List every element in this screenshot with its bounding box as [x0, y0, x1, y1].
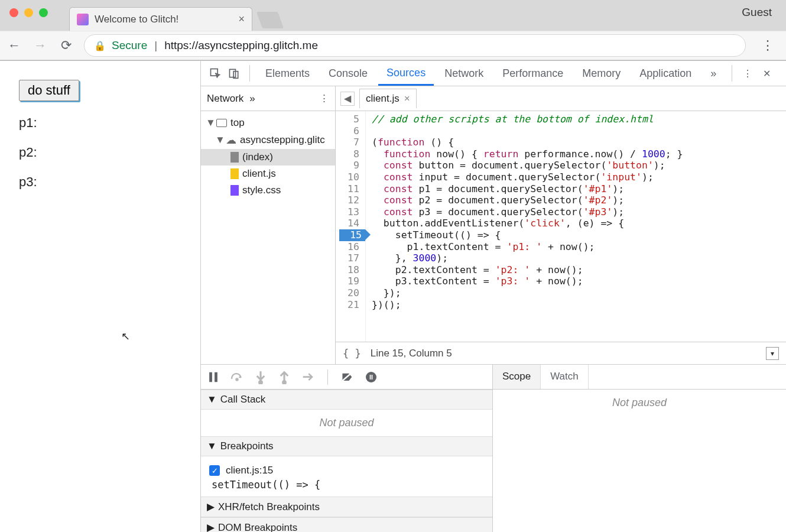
inspect-element-icon[interactable]: [207, 65, 223, 82]
chevron-down-icon: ▼: [207, 440, 217, 452]
code-body[interactable]: 5 6 7 8 9 10 11 12 13 14 15 16 17 18 19 …: [336, 111, 786, 342]
chevron-down-icon: ▼: [207, 394, 217, 406]
tree-file-index[interactable]: (index): [201, 149, 335, 166]
document-icon: [230, 152, 239, 163]
frame-icon: [216, 119, 227, 127]
debugger-right: Scope Watch Not paused: [493, 365, 786, 532]
tree-file-stylecss[interactable]: style.css: [201, 182, 335, 199]
tab-title: Welcome to Glitch!: [95, 14, 178, 25]
pause-icon[interactable]: [207, 371, 220, 384]
chevron-down-icon: ▼: [215, 134, 222, 146]
tab-performance[interactable]: Performance: [494, 61, 571, 86]
url-text: https://asyncstepping.glitch.me: [164, 39, 318, 52]
step-into-icon: [254, 371, 267, 384]
separator: [732, 65, 732, 82]
step-over-icon: [230, 371, 243, 384]
call-stack-state: Not paused: [201, 410, 492, 436]
tab-strip: Welcome to Glitch! × Guest: [0, 0, 786, 31]
tab-memory[interactable]: Memory: [574, 61, 629, 86]
close-tab-icon[interactable]: ×: [238, 13, 245, 25]
svg-point-7: [283, 381, 286, 384]
breakpoint-item[interactable]: ✓ client.js:15: [209, 462, 484, 479]
line-gutter[interactable]: 5 6 7 8 9 10 11 12 13 14 15 16 17 18 19 …: [336, 111, 366, 342]
section-title: XHR/fetch Breakpoints: [218, 501, 320, 513]
cursor-icon: ↖: [121, 330, 130, 343]
debugger-toolbar: II: [201, 365, 492, 390]
deactivate-breakpoints-icon[interactable]: [341, 371, 354, 384]
svg-rect-4: [215, 372, 217, 382]
file-tab-clientjs[interactable]: client.js ×: [359, 89, 417, 108]
profile-label[interactable]: Guest: [742, 6, 786, 25]
tab-network[interactable]: Network: [436, 61, 492, 86]
cloud-icon: [226, 134, 236, 147]
breakpoints-body: ✓ client.js:15 setTimeout(() => {: [201, 456, 492, 497]
watch-tab[interactable]: Watch: [541, 365, 589, 389]
address-bar[interactable]: 🔒 Secure | https://asyncstepping.glitch.…: [84, 34, 746, 57]
device-toolbar-icon[interactable]: [226, 65, 242, 82]
svg-point-6: [259, 381, 262, 384]
close-devtools-icon[interactable]: ✕: [758, 65, 775, 82]
p3-label: p3:: [19, 174, 181, 190]
file-tab-label: client.js: [366, 93, 400, 105]
tree-file-clientjs[interactable]: client.js: [201, 166, 335, 182]
navigator-pane: Network » ⋮ ▼ top ▼ asyncstep: [201, 86, 336, 364]
code-lines[interactable]: // add other scripts at the bottom of in…: [366, 111, 689, 342]
dom-breakpoints-header[interactable]: ▶ DOM Breakpoints: [201, 517, 492, 532]
close-window-icon[interactable]: [9, 8, 18, 17]
p1-label: p1:: [19, 115, 181, 131]
checkbox-checked-icon[interactable]: ✓: [209, 465, 220, 476]
pretty-print-icon[interactable]: { }: [343, 348, 361, 359]
forward-button: →: [32, 37, 48, 54]
navigate-back-icon[interactable]: ◀: [340, 92, 355, 106]
scope-tab[interactable]: Scope: [493, 365, 541, 389]
tree-domain[interactable]: ▼ asyncstepping.glitc: [201, 131, 335, 149]
tab-elements[interactable]: Elements: [257, 61, 318, 86]
p2-label: p2:: [19, 145, 181, 160]
tree-top[interactable]: ▼ top: [201, 115, 335, 131]
file-tree: ▼ top ▼ asyncstepping.glitc (index): [201, 111, 335, 202]
step-icon: [301, 371, 314, 384]
tab-console[interactable]: Console: [320, 61, 376, 86]
chevron-right-icon: ▶: [207, 521, 215, 532]
maximize-window-icon[interactable]: [39, 8, 48, 17]
pause-on-exceptions-icon[interactable]: II: [365, 371, 378, 384]
tree-label: top: [230, 117, 245, 129]
call-stack-header[interactable]: ▼ Call Stack: [201, 390, 492, 410]
svg-point-5: [236, 378, 238, 380]
reload-button[interactable]: ⟳: [58, 37, 74, 54]
new-tab-button[interactable]: [256, 12, 284, 28]
separator: [249, 65, 250, 82]
editor-statusbar: { } Line 15, Column 5 ▾: [336, 342, 786, 364]
breakpoints-header[interactable]: ▼ Breakpoints: [201, 436, 492, 456]
devtools-panel: Elements Console Sources Network Perform…: [201, 61, 786, 532]
close-file-icon[interactable]: ×: [404, 93, 410, 105]
navigator-tab-label[interactable]: Network: [207, 93, 243, 105]
browser-tab[interactable]: Welcome to Glitch! ×: [69, 7, 252, 31]
navigator-menu-icon[interactable]: ⋮: [319, 92, 329, 105]
url-separator: |: [153, 39, 158, 52]
devtools-tabbar: Elements Console Sources Network Perform…: [201, 61, 786, 86]
do-stuff-button[interactable]: do stuff: [19, 80, 79, 101]
section-title: Call Stack: [220, 394, 266, 406]
breakpoint-code: setTimeout(() => {: [209, 479, 484, 491]
lock-icon: 🔒: [94, 40, 106, 51]
browser-menu-icon[interactable]: ⋮: [755, 38, 780, 53]
xhr-breakpoints-header[interactable]: ▶ XHR/fetch Breakpoints: [201, 497, 492, 517]
tabs-overflow-icon[interactable]: »: [702, 61, 725, 86]
tree-label: asyncstepping.glitc: [240, 134, 325, 146]
secure-label: Secure: [112, 39, 147, 52]
coverage-dropdown-icon[interactable]: ▾: [766, 347, 779, 360]
devtools-menu-icon[interactable]: ⋮: [739, 65, 756, 82]
navigator-overflow-icon[interactable]: »: [249, 93, 255, 105]
chevron-down-icon: ▼: [206, 117, 213, 129]
css-file-icon: [230, 185, 239, 196]
tree-label: (index): [242, 151, 273, 163]
tab-sources[interactable]: Sources: [378, 61, 434, 86]
step-out-icon: [278, 371, 291, 384]
tree-label: style.css: [242, 184, 281, 196]
tab-application[interactable]: Application: [631, 61, 700, 86]
back-button[interactable]: ←: [6, 37, 22, 54]
minimize-window-icon[interactable]: [24, 8, 33, 17]
window-controls: [6, 8, 54, 23]
svg-rect-3: [209, 372, 212, 382]
